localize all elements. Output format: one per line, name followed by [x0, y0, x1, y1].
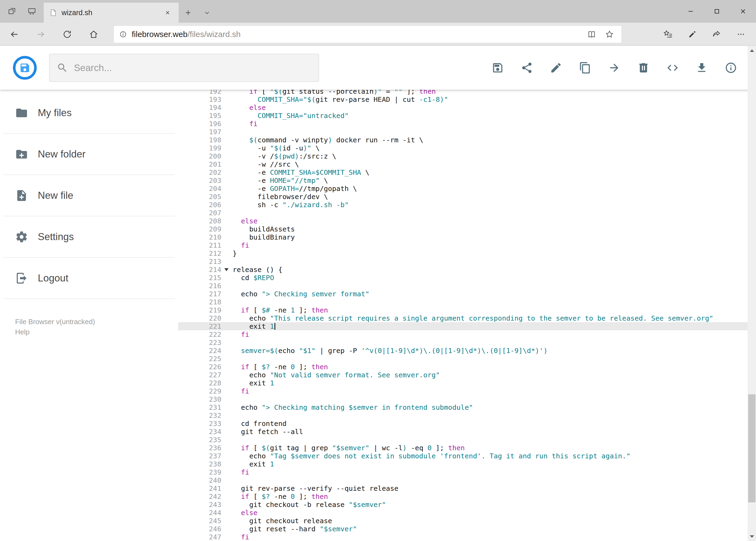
code-line[interactable]: 210 buildBinary [178, 233, 756, 241]
code-line[interactable]: 230 [178, 395, 756, 403]
code-line[interactable]: 244 else [178, 509, 756, 517]
raw-button[interactable] [661, 56, 684, 79]
code-line[interactable]: 226 if [ $? -ne 0 ]; then [178, 363, 756, 371]
code-line[interactable]: 224 semver=$(echo "$1" | grep -P '^v(0|[… [178, 346, 756, 355]
sidebar-item-logout[interactable]: Logout [3, 258, 175, 299]
info-button[interactable] [719, 56, 742, 79]
code-line[interactable]: 212} [178, 249, 756, 258]
code-line[interactable]: 201 -w //src \ [178, 160, 756, 168]
help-link[interactable]: Help [15, 327, 178, 337]
code-line[interactable]: 243 git checkout -b release "$semver" [178, 500, 756, 509]
code-line[interactable]: 220 echo "This release script requires a… [178, 314, 756, 322]
code-line[interactable]: 206 sh -c "./wizard.sh -b" [178, 201, 756, 209]
code-line[interactable]: 192 if [ "$(git status --porcelain)" = "… [178, 90, 756, 95]
scrollbar-thumb[interactable] [748, 394, 755, 502]
code-line[interactable]: 234 git fetch --all [178, 427, 756, 436]
code-line[interactable]: 198 $(command -v winpty) docker run --rm… [178, 136, 756, 144]
scroll-up-icon[interactable] [748, 46, 756, 55]
code-line[interactable]: 239 fi [178, 468, 756, 476]
code-line[interactable]: 245 git checkout release [178, 517, 756, 525]
code-line[interactable]: 247 fi [178, 533, 756, 541]
code-line[interactable]: 209 buildAssets [178, 225, 756, 233]
code-line[interactable]: 218 [178, 298, 756, 306]
new-tab-button[interactable] [179, 3, 197, 23]
code-line[interactable]: 229 fi [178, 387, 756, 395]
code-line[interactable]: 196 fi [178, 120, 756, 128]
code-editor[interactable]: 192 if [ "$(git status --porcelain)" = "… [178, 90, 756, 541]
code-line[interactable]: 213 [178, 258, 756, 266]
tab-preview-icon[interactable] [24, 4, 40, 19]
code-line[interactable]: 231 echo "> Checking matching $semver in… [178, 403, 756, 411]
search-box[interactable] [49, 54, 319, 82]
code-line[interactable]: 235 [178, 436, 756, 444]
code-line[interactable]: 241 git rev-parse --verify --quiet relea… [178, 484, 756, 492]
code-line[interactable]: 246 git reset --hard "$semver" [178, 525, 756, 533]
delete-button[interactable] [632, 56, 655, 79]
code-line[interactable]: 195 COMMIT_SHA="untracked" [178, 112, 756, 120]
rename-button[interactable] [544, 56, 568, 79]
minimize-button[interactable] [677, 0, 704, 23]
tabs-aside-icon[interactable] [4, 4, 20, 19]
forward-button[interactable] [31, 25, 50, 44]
home-button[interactable] [84, 25, 103, 44]
code-line[interactable]: 211 fi [178, 241, 756, 249]
sidebar-item-new-file[interactable]: New file [3, 175, 175, 216]
web-note-icon[interactable] [684, 26, 701, 43]
code-line[interactable]: 223 [178, 338, 756, 346]
code-line[interactable]: 242 if [ $? -ne 0 ]; then [178, 492, 756, 500]
back-button[interactable] [5, 25, 24, 44]
search-input[interactable] [74, 62, 312, 73]
code-line[interactable]: 205 filebrowser/dev \ [178, 193, 756, 201]
site-info-icon[interactable] [119, 30, 127, 39]
browser-tab[interactable]: wizard.sh [44, 3, 179, 23]
close-button[interactable] [730, 0, 756, 23]
more-menu-icon[interactable] [732, 26, 750, 43]
code-line[interactable]: 200 -v /$(pwd):/src:z \ [178, 152, 756, 160]
sidebar-item-settings[interactable]: Settings [3, 216, 175, 258]
code-line[interactable]: 225 [178, 355, 756, 363]
code-line[interactable]: 216 [178, 282, 756, 290]
code-line[interactable]: 215 cd $REPO [178, 273, 756, 282]
hub-favorites-icon[interactable] [659, 26, 677, 43]
share-button[interactable] [515, 56, 539, 79]
code-line[interactable]: 193 COMMIT_SHA="$(git rev-parse HEAD | c… [178, 95, 756, 104]
code-line[interactable]: 194 else [178, 104, 756, 112]
move-button[interactable] [603, 56, 626, 79]
code-line[interactable]: 208 else [178, 217, 756, 225]
add-favorite-star-icon[interactable] [603, 27, 617, 41]
code-line[interactable]: 203 -e HOME="//tmp" \ [178, 176, 756, 185]
code-line[interactable]: 240 [178, 476, 756, 484]
sidebar-item-new-folder[interactable]: New folder [3, 134, 175, 175]
code-line[interactable]: 222 fi [178, 330, 756, 338]
copy-button[interactable] [574, 56, 597, 79]
code-line[interactable]: 227 echo "Not valid semver format. See s… [178, 371, 756, 379]
code-line[interactable]: 204 -e GOPATH=//tmp/gopath \ [178, 185, 756, 193]
reading-view-icon[interactable] [585, 27, 599, 41]
fold-marker-icon[interactable] [221, 266, 233, 273]
tab-preview-chevron-icon[interactable] [197, 3, 216, 23]
code-line[interactable]: 197 [178, 128, 756, 136]
share-page-icon[interactable] [708, 26, 725, 43]
maximize-button[interactable] [704, 0, 730, 23]
code-line[interactable]: 232 [178, 411, 756, 419]
code-line[interactable]: 207 [178, 209, 756, 217]
page-scrollbar[interactable] [748, 46, 756, 541]
tab-close-icon[interactable] [162, 7, 173, 18]
sidebar-item-my-files[interactable]: My files [3, 92, 175, 134]
code-line[interactable]: 233 cd frontend [178, 419, 756, 427]
filebrowser-logo[interactable] [12, 55, 37, 80]
save-button[interactable] [486, 56, 509, 79]
code-line[interactable]: 217 echo "> Checking semver format" [178, 290, 756, 298]
code-line[interactable]: 219 if [ $# -ne 1 ]; then [178, 306, 756, 314]
scroll-down-icon[interactable] [748, 532, 756, 541]
code-line[interactable]: 237 echo "Tag $semver does not exist in … [178, 452, 756, 460]
code-line[interactable]: 236 if [ $(git tag | grep "$semver" | wc… [178, 444, 756, 452]
code-line[interactable]: 238 exit 1 [178, 460, 756, 468]
code-line[interactable]: 228 exit 1 [178, 379, 756, 387]
code-line[interactable]: 221 exit 1 [178, 322, 756, 330]
code-line[interactable]: 202 -e COMMIT_SHA=$COMMIT_SHA \ [178, 168, 756, 176]
download-button[interactable] [690, 56, 713, 79]
refresh-button[interactable] [58, 25, 77, 44]
url-bar[interactable]: filebrowser.web/files/wizard.sh [114, 26, 621, 43]
code-line[interactable]: 199 -u "$(id -u)" \ [178, 144, 756, 152]
